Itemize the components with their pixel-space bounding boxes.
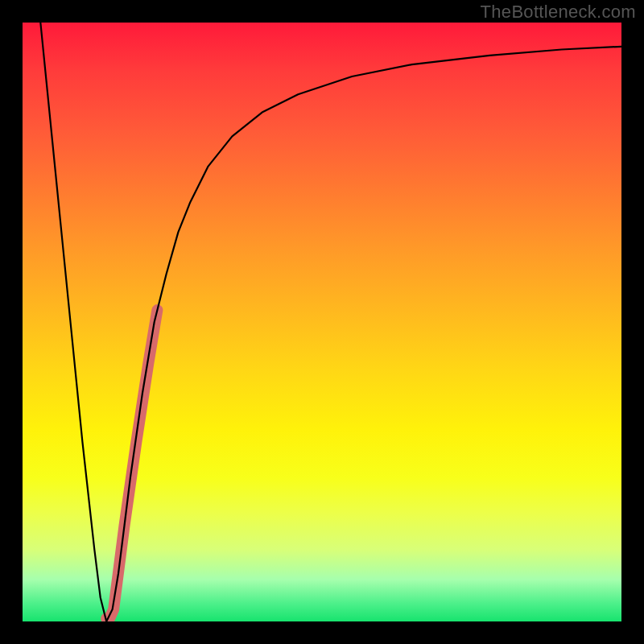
plot-area	[23, 23, 621, 621]
chart-svg	[23, 23, 621, 621]
watermark-text: TheBottleneck.com	[481, 2, 636, 23]
chart-frame: TheBottleneck.com	[0, 0, 644, 644]
